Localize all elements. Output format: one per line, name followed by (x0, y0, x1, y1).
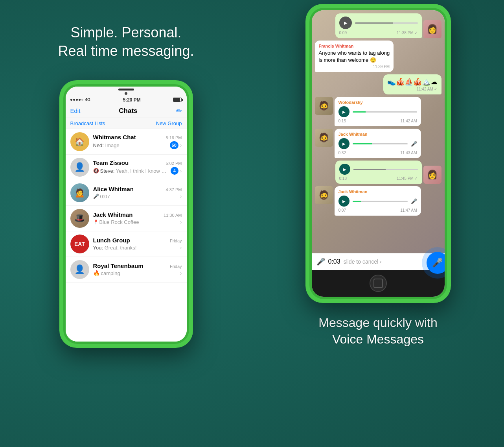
phone-screen-right: ▶ 0:09 11:38 PM ✓ 👩 (312, 10, 445, 297)
chat-info-royal: Royal Tenenbaum Friday 🔥 camping › (93, 262, 182, 276)
status-time: 5:20 PM (123, 97, 140, 103)
waveform-wolodarsky (353, 111, 417, 113)
edit-button[interactable]: Edit (70, 107, 81, 114)
location-icon-jack: 📍 (93, 220, 99, 225)
play-btn-jack1[interactable]: ▶ (338, 138, 349, 149)
avatar-teamzissou: 👤 (70, 158, 89, 177)
play-btn-1[interactable]: ▶ (339, 17, 352, 29)
main-layout: Simple. Personal.Real time messaging. (0, 0, 504, 447)
chat-info-alice: Alice Whitman 4:37 PM 🎤 0:07 › (93, 186, 182, 199)
mic-icon-jack1: 🎤 (411, 141, 417, 147)
waveform-jack1-area (353, 143, 408, 144)
phone-screen-left: 4G 5:20 PM Edit Chats ✏ (66, 87, 187, 342)
time-sent2: 11:45 PM ✓ (397, 176, 418, 181)
sender-jack-1: Jack Whitman (338, 132, 417, 137)
chat-item-lunch[interactable]: EAT Lunch Group Friday You: Great, thank… (66, 231, 187, 257)
chat-item-jack[interactable]: 🎩 Jack Whitman 11:30 AM 📍 Blue Rock Coff… (66, 206, 187, 231)
time-francis: 11:39 PM (319, 65, 390, 69)
chevron-lunch: › (180, 244, 182, 251)
chat-preview-whitmans: Ned: Image (93, 142, 168, 148)
left-tagline: Simple. Personal.Real time messaging. (58, 24, 194, 61)
voice-msg-1: ▶ (339, 17, 418, 29)
sender-wolodarsky: Wolodarsky (338, 100, 417, 105)
chat-bottom-teamzissou: 🔇 Steve: Yeah, I think I know wha... 4 › (93, 167, 182, 175)
waveform-jack2 (353, 201, 408, 202)
chat-top-lunch: Lunch Group Friday (93, 237, 182, 244)
avatar-lunch: EAT (70, 235, 89, 253)
chat-top-royal: Royal Tenenbaum Friday (93, 262, 182, 269)
battery-icon (173, 98, 182, 102)
voice-msg-jack1: ▶ 🎤 (338, 138, 417, 149)
chat-top-jack: Jack Whitman 11:30 AM (93, 211, 182, 218)
unread-badge-whitmans: 50 (170, 141, 178, 149)
nav-bar: Edit Chats ✏ (66, 104, 187, 118)
chat-name-lunch: Lunch Group (93, 237, 130, 244)
badge-area-zissou: 4 › (169, 167, 182, 175)
chat-preview-royal: camping (101, 270, 178, 276)
mic-icon-alice: 🎤 (93, 194, 99, 199)
waveform-jack1 (353, 143, 408, 144)
battery-fill (173, 98, 180, 102)
emoji-content: 👟🎪⛵🎪🏔️☁ (387, 78, 438, 86)
voice-bubble-jack2: Jack Whitman ▶ 🎤 0:07 (335, 186, 421, 216)
chat-time-lunch: Friday (170, 238, 182, 243)
chat-item-royal[interactable]: 👤 Royal Tenenbaum Friday 🔥 camping › (66, 257, 187, 283)
voice-msg-sent2: ▶ (339, 164, 418, 175)
preview-name-zissou: Steve: (100, 168, 116, 174)
play-btn-wolodarsky[interactable]: ▶ (338, 106, 349, 117)
compose-button[interactable]: ✏ (176, 107, 182, 115)
avatar-jack: 🎩 (70, 209, 89, 228)
broadcast-lists-link[interactable]: Broadcast Lists (70, 120, 105, 126)
mic-button-icon: 🎤 (432, 258, 443, 268)
text-francis: Anyone who wants to tag alongis more tha… (319, 50, 390, 64)
chat-name-teamzissou: Team Zissou (93, 159, 129, 166)
waveform-jack2-area (353, 201, 408, 202)
home-button-inner (373, 279, 383, 288)
right-panel: ▶ 0:09 11:38 PM ✓ 👩 (252, 0, 504, 447)
chat-top-whitmans: Whitmans Chat 5:16 PM (93, 134, 182, 140)
time-wolodarsky: 11:42 AM (400, 119, 417, 123)
avatar-jack-voice: 🧔 (315, 129, 333, 147)
chat-item-alice[interactable]: 🙍 Alice Whitman 4:37 PM 🎤 0:07 (66, 180, 187, 206)
fire-icon-royal: 🔥 (93, 270, 100, 276)
mute-icon: 🔇 (93, 168, 99, 174)
sender-jack-2: Jack Whitman (338, 189, 417, 194)
chat-item-whitmans[interactable]: 🏠 Whitmans Chat 5:16 PM Ned: Image 50 (66, 129, 187, 155)
phone-right: ▶ 0:09 11:38 PM ✓ 👩 (305, 4, 451, 303)
avatar-photo-woman1: 👩 (423, 20, 441, 38)
recording-time: 0:03 (328, 258, 340, 265)
home-button[interactable] (370, 275, 387, 292)
preview-name-lunch: You: (93, 245, 105, 251)
chat-bottom-lunch: You: Great, thanks! › (93, 244, 182, 251)
chat-name-jack: Jack Whitman (93, 211, 133, 218)
signal-dot3 (76, 99, 78, 101)
new-group-link[interactable]: New Group (156, 120, 182, 126)
chat-preview-alice: 0:07 (100, 194, 178, 199)
play-btn-sent2[interactable]: ▶ (339, 164, 350, 175)
signal-dot1 (70, 99, 72, 101)
signal-area: 4G (70, 98, 90, 102)
voice-bottom-jack2: 0:07 11:47 AM (338, 208, 417, 212)
play-btn-jack2[interactable]: ▶ (338, 196, 349, 207)
voice-bubble-wolodarsky: Wolodarsky ▶ 0:15 11:42 AM (335, 97, 421, 126)
mic-icon-jack2: 🎤 (411, 198, 417, 204)
msg-francis: Francis Whitman Anyone who wants to tag … (315, 41, 394, 72)
voice-bottom-wolodarsky: 0:15 11:42 AM (338, 119, 417, 123)
chat-top-teamzissou: Team Zissou 5:02 PM (93, 159, 182, 166)
chat-top-alice: Alice Whitman 4:37 PM (93, 186, 182, 192)
chat-item-teamzissou[interactable]: 👤 Team Zissou 5:02 PM 🔇 Steve: Yeah, I t… (66, 155, 187, 180)
chat-time-whitmans: 5:16 PM (166, 135, 182, 140)
chevron-royal: › (180, 270, 182, 276)
chevron-whitmans: › (180, 142, 182, 148)
voice-bubble-sent-1: ▶ 0:09 11:38 PM ✓ (335, 13, 422, 38)
waveform-sent2 (353, 169, 418, 170)
home-button-area (312, 270, 445, 297)
voice-duration-1: 0:09 (339, 31, 347, 35)
chat-time-royal: Friday (170, 264, 182, 269)
phone-right-inner: ▶ 0:09 11:38 PM ✓ 👩 (309, 8, 447, 299)
voice-msg-wolodarsky: ▶ (338, 106, 417, 117)
msg-jack-2: 🧔 Jack Whitman ▶ 🎤 (315, 186, 421, 216)
bottom-tagline: Message quickly withVoice Messages (318, 315, 437, 347)
chat-name-royal: Royal Tenenbaum (93, 262, 143, 269)
badge-area-whitmans: 50 › (168, 141, 182, 149)
